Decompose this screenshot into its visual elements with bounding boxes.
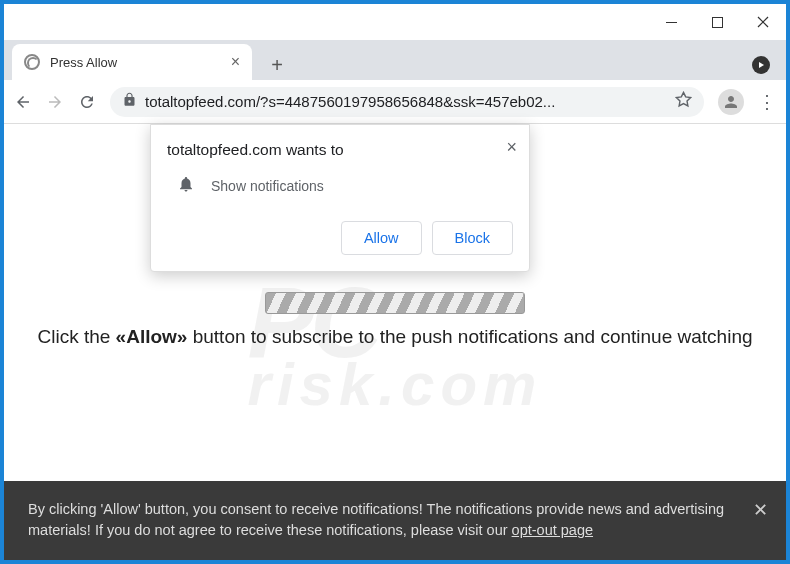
- browser-tab[interactable]: Press Allow ×: [12, 44, 252, 80]
- close-window-button[interactable]: [740, 4, 786, 40]
- loading-bar: [265, 292, 525, 314]
- permission-prompt-text: totaltopfeed.com wants to: [167, 141, 513, 159]
- banner-close-icon[interactable]: ✕: [753, 497, 768, 524]
- consent-text: By clicking 'Allow' button, you consent …: [28, 501, 724, 539]
- maximize-button[interactable]: [694, 4, 740, 40]
- navigation-bar: totaltopfeed.com/?s=4487560197958656848&…: [4, 80, 786, 124]
- consent-banner: ✕ By clicking 'Allow' button, you consen…: [4, 481, 786, 561]
- forward-button[interactable]: [46, 93, 64, 111]
- opt-out-link[interactable]: opt-out page: [512, 522, 593, 538]
- instruction-text: Click the «Allow» button to subscribe to…: [4, 326, 786, 348]
- profile-avatar[interactable]: [718, 89, 744, 115]
- address-bar[interactable]: totaltopfeed.com/?s=4487560197958656848&…: [110, 87, 704, 117]
- url-text: totaltopfeed.com/?s=4487560197958656848&…: [145, 93, 667, 110]
- bell-icon: [177, 175, 195, 197]
- browser-menu-icon[interactable]: ⋮: [758, 91, 776, 113]
- media-indicator[interactable]: [746, 50, 776, 80]
- lock-icon: [122, 92, 137, 111]
- page-content: PCrisk.com × totaltopfeed.com wants to S…: [4, 124, 786, 560]
- block-button[interactable]: Block: [432, 221, 513, 255]
- bookmark-star-icon[interactable]: [675, 91, 692, 112]
- allow-button[interactable]: Allow: [341, 221, 422, 255]
- minimize-button[interactable]: [648, 4, 694, 40]
- play-icon: [759, 62, 764, 68]
- new-tab-button[interactable]: +: [262, 50, 292, 80]
- notification-permission-dialog: × totaltopfeed.com wants to Show notific…: [150, 124, 530, 272]
- dialog-close-icon[interactable]: ×: [506, 137, 517, 158]
- reload-button[interactable]: [78, 93, 96, 111]
- globe-icon: [24, 54, 40, 70]
- tab-close-icon[interactable]: ×: [231, 53, 240, 71]
- tab-bar: Press Allow × +: [4, 40, 786, 80]
- back-button[interactable]: [14, 93, 32, 111]
- svg-rect-1: [712, 17, 722, 27]
- tab-title: Press Allow: [50, 55, 221, 70]
- svg-rect-0: [666, 22, 677, 23]
- window-controls: [4, 4, 786, 40]
- permission-item-label: Show notifications: [211, 178, 324, 194]
